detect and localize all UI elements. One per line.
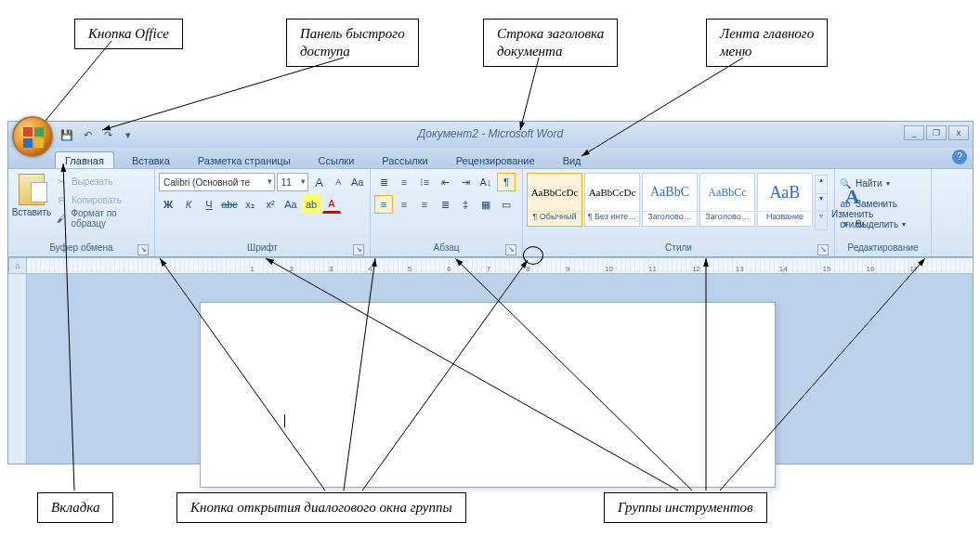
ruler-corner[interactable]: ⌂ <box>8 257 27 274</box>
clear-format-button[interactable]: Aa <box>348 173 366 191</box>
callout-groups: Группы инструментов <box>604 492 767 523</box>
group-editing: 🔍 Найти ▾ ab Заменить ➤ Выделить ▾ <box>835 169 932 256</box>
format-painter-button[interactable]: 🖌 Формат по образцу <box>55 210 150 227</box>
tab-mailings[interactable]: Рассылки <box>372 151 438 168</box>
style-preview: AaBbCcDc <box>585 174 639 211</box>
sort-button[interactable]: A↓ <box>477 173 495 191</box>
minimize-button[interactable]: _ <box>904 125 924 140</box>
paste-icon <box>19 174 45 205</box>
subscript-button[interactable]: x₂ <box>241 195 259 214</box>
replace-button[interactable]: ab Заменить <box>839 195 906 212</box>
callout-tab: Вкладка <box>37 492 113 523</box>
dialog-launcher-paragraph[interactable]: ↘ <box>505 244 516 255</box>
group-label-editing: Редактирование <box>839 242 927 256</box>
line-spacing-button[interactable]: ‡ <box>456 195 475 214</box>
paste-button[interactable]: Вставить <box>12 171 51 242</box>
group-clipboard: Вставить ✂ Вырезать ⎘ Копировать 🖌 Форма… <box>8 169 155 256</box>
chevron-down-icon: ▾ <box>886 179 890 188</box>
style-name: ¶ Обычный <box>528 211 581 226</box>
restore-button[interactable]: ❐ <box>926 125 947 140</box>
grow-font-button[interactable]: A <box>310 173 328 191</box>
horizontal-ruler[interactable]: 1 2 3 4 5 6 7 8 9 10 11 12 13 14 15 16 1… <box>27 257 973 274</box>
paste-label: Вставить <box>12 207 51 217</box>
tab-review[interactable]: Рецензирование <box>446 151 545 168</box>
bold-button[interactable]: Ж <box>159 195 177 214</box>
style-preview: АаВ <box>758 174 812 211</box>
align-left-button[interactable]: ≡ <box>374 195 393 214</box>
group-font: Calibri (Основной те 11 A A Aa Ж К Ч abc… <box>155 169 371 256</box>
copy-button[interactable]: ⎘ Копировать <box>55 191 150 208</box>
tab-insert[interactable]: Вставка <box>122 151 180 168</box>
svg-line-2 <box>520 58 539 130</box>
tab-pagelayout[interactable]: Разметка страницы <box>188 151 301 168</box>
tab-view[interactable]: Вид <box>553 151 592 168</box>
dialog-launcher-font[interactable]: ↘ <box>353 244 364 255</box>
copy-label: Копировать <box>72 195 122 205</box>
style-nospacing[interactable]: AaBbCcDc ¶ Без инте… <box>584 173 640 227</box>
style-name: ¶ Без инте… <box>585 211 639 226</box>
numbering-button[interactable]: ≡ <box>395 173 413 191</box>
group-label-styles: Стили ↘ <box>527 242 830 256</box>
group-paragraph: ≣ ≡ ⁝≡ ⇤ ⇥ A↓ ¶ ≡ ≡ ≡ ≣ ‡ ▦ <box>371 169 523 256</box>
inc-indent-button[interactable]: ⇥ <box>456 173 475 191</box>
style-normal[interactable]: AaBbCcDc ¶ Обычный <box>527 173 582 227</box>
chevron-up-icon[interactable]: ▴ <box>816 176 827 194</box>
font-name-combo[interactable]: Calibri (Основной те <box>159 173 275 191</box>
align-right-button[interactable]: ≡ <box>415 195 434 214</box>
font-color-button[interactable]: A <box>322 195 341 214</box>
align-center-button[interactable]: ≡ <box>395 195 413 214</box>
title-bar: 💾 ↶ ↷ ▾ Документ2 - Microsoft Word _ ❐ x <box>8 122 973 148</box>
tab-references[interactable]: Ссылки <box>308 151 365 168</box>
cut-button[interactable]: ✂ Вырезать <box>55 173 150 190</box>
help-button[interactable]: ? <box>952 150 967 164</box>
dialog-launcher-styles[interactable]: ↘ <box>817 244 829 255</box>
borders-button[interactable]: ▭ <box>497 195 516 214</box>
strike-button[interactable]: abc <box>220 195 239 214</box>
italic-button[interactable]: К <box>179 195 198 214</box>
find-label: Найти <box>856 178 882 189</box>
style-heading1[interactable]: AaBbC Заголово… <box>642 173 698 227</box>
replace-icon: ab <box>839 197 852 210</box>
group-styles: AaBbCcDc ¶ Обычный AaBbCcDc ¶ Без инте… … <box>523 169 835 256</box>
underline-button[interactable]: Ч <box>200 195 218 214</box>
chevron-down-icon[interactable]: ▾ <box>816 194 827 213</box>
style-preview: AaBbC <box>643 174 697 211</box>
ribbon-tabs: Главная Вставка Разметка страницы Ссылки… <box>8 148 973 168</box>
shading-button[interactable]: ▦ <box>477 195 495 214</box>
find-button[interactable]: 🔍 Найти ▾ <box>839 175 906 191</box>
replace-label: Заменить <box>856 199 897 209</box>
vertical-ruler[interactable] <box>8 274 27 464</box>
gallery-expand-icon[interactable]: ▿ <box>816 212 827 229</box>
style-heading2[interactable]: AaBbCc Заголово… <box>699 173 755 227</box>
office-button[interactable] <box>12 116 53 157</box>
svg-line-1 <box>102 58 344 130</box>
document-page[interactable] <box>200 302 776 488</box>
group-label-paragraph: Абзац ↘ <box>374 242 518 256</box>
brush-icon: 🖌 <box>55 212 67 225</box>
select-button[interactable]: ➤ Выделить ▾ <box>839 216 906 232</box>
style-title[interactable]: АаВ Название <box>757 173 813 227</box>
font-size-combo[interactable]: 11 <box>277 173 309 191</box>
callout-dlg-launcher: Кнопка открытия диалогового окна группы <box>176 492 466 523</box>
callout-office-button: Кнопка Office <box>74 19 183 49</box>
style-name: Название <box>758 211 812 226</box>
ribbon: Вставить ✂ Вырезать ⎘ Копировать 🖌 Форма… <box>8 168 973 257</box>
highlight-button[interactable]: ab <box>302 195 320 214</box>
window-controls: _ ❐ x <box>904 125 969 140</box>
change-case-button[interactable]: Aa <box>281 195 300 214</box>
show-marks-button[interactable]: ¶ <box>497 173 516 191</box>
dialog-launcher-clipboard[interactable]: ↘ <box>137 244 149 255</box>
close-button[interactable]: x <box>948 125 969 140</box>
document-area <box>8 274 973 464</box>
callout-qat: Панель быстрого доступа <box>286 19 419 67</box>
find-icon: 🔍 <box>839 176 852 190</box>
multilevel-button[interactable]: ⁝≡ <box>415 173 434 191</box>
justify-button[interactable]: ≣ <box>436 195 454 214</box>
callout-title-row: Строка заголовка документа <box>483 19 618 67</box>
dec-indent-button[interactable]: ⇤ <box>436 173 454 191</box>
superscript-button[interactable]: x² <box>261 195 280 214</box>
shrink-font-button[interactable]: A <box>330 173 347 191</box>
bullets-button[interactable]: ≣ <box>374 173 393 191</box>
tab-home[interactable]: Главная <box>55 151 114 168</box>
style-gallery-scroll[interactable]: ▴ ▾ ▿ <box>815 175 828 230</box>
